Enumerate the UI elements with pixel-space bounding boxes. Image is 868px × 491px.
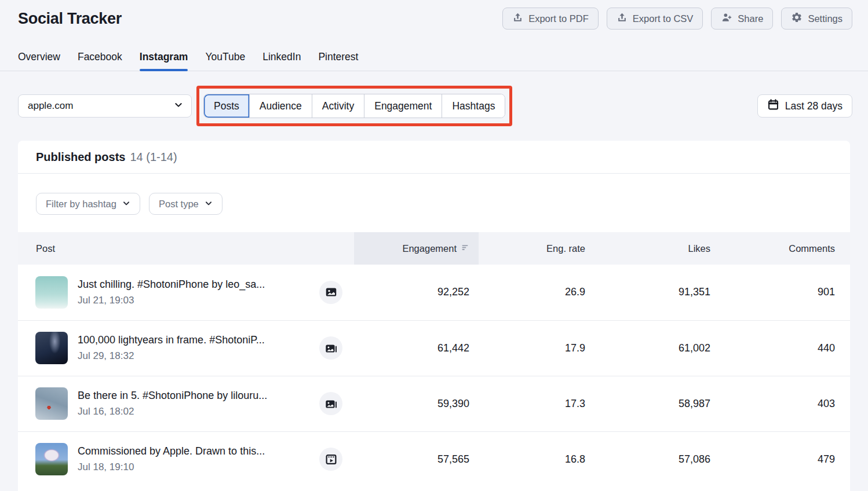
upload-icon: [512, 12, 523, 25]
tab-facebook[interactable]: Facebook: [78, 45, 122, 71]
tab-pinterest[interactable]: Pinterest: [318, 45, 358, 71]
comments-value: 403: [720, 376, 850, 431]
date-range-button[interactable]: Last 28 days: [757, 94, 852, 118]
post-thumbnail[interactable]: [35, 332, 68, 364]
post-date: Jul 16, 18:02: [78, 406, 267, 417]
comments-value: 440: [720, 320, 850, 376]
post-thumbnail[interactable]: [35, 443, 68, 475]
annotation-highlight-box: Posts Audience Activity Engagement Hasht…: [196, 86, 512, 126]
eng-rate-value: 16.8: [479, 431, 595, 487]
tab-instagram[interactable]: Instagram: [140, 45, 188, 71]
post-type-label: Post type: [159, 199, 199, 210]
export-pdf-label: Export to PDF: [528, 13, 589, 24]
channel-tabs: Overview Facebook Instagram YouTube Link…: [0, 45, 868, 71]
carousel-icon: [319, 392, 342, 415]
column-header-eng-rate[interactable]: Eng. rate: [479, 232, 595, 265]
filter-hashtag-label: Filter by hashtag: [46, 199, 116, 210]
image-icon: [319, 281, 342, 304]
tab-linkedin[interactable]: LinkedIn: [262, 45, 301, 71]
card-header: Published posts14 (1-14): [18, 141, 850, 174]
segment-hashtags[interactable]: Hashtags: [442, 94, 505, 118]
post-date: Jul 21, 19:03: [78, 295, 265, 306]
date-range-label: Last 28 days: [785, 100, 843, 112]
page-title: Social Tracker: [18, 10, 122, 28]
settings-button[interactable]: Settings: [781, 8, 852, 30]
segment-audience[interactable]: Audience: [249, 94, 312, 118]
header-actions: Export to PDF Export to CSV Share Settin…: [502, 8, 852, 30]
comments-value: 901: [720, 265, 850, 320]
post-title[interactable]: 100,000 lightyears in frame. #ShotoniP..…: [78, 334, 265, 346]
engagement-value: 92,252: [354, 265, 479, 320]
segment-activity[interactable]: Activity: [312, 94, 364, 118]
post-thumbnail[interactable]: [35, 276, 68, 309]
eng-rate-value: 17.9: [479, 320, 595, 376]
table-row[interactable]: Just chilling. #ShotoniPhone by leo_sa..…: [18, 265, 850, 320]
section-segmented-control: Posts Audience Activity Engagement Hasht…: [203, 94, 505, 118]
person-add-icon: [721, 12, 732, 25]
card-count: 14 (1-14): [130, 151, 177, 163]
post-date: Jul 29, 18:32: [78, 350, 265, 362]
segment-engagement[interactable]: Engagement: [364, 94, 442, 118]
post-date: Jul 18, 19:10: [78, 461, 265, 473]
post-title[interactable]: Just chilling. #ShotoniPhone by leo_sa..…: [78, 279, 265, 291]
tab-overview[interactable]: Overview: [18, 45, 60, 71]
share-label: Share: [738, 13, 763, 24]
calendar-icon: [767, 98, 779, 113]
gear-icon: [791, 12, 803, 25]
eng-rate-value: 26.9: [479, 265, 595, 320]
chevron-down-icon: [174, 100, 183, 112]
likes-value: 57,086: [595, 431, 720, 487]
export-csv-label: Export to CSV: [633, 13, 694, 24]
top-header: Social Tracker Export to PDF Export to C…: [0, 0, 868, 32]
video-icon: [319, 448, 342, 471]
post-title[interactable]: Be there in 5. #ShotoniPhone by lilouru.…: [78, 390, 267, 402]
column-header-engagement[interactable]: Engagement: [354, 232, 479, 265]
post-thumbnail[interactable]: [35, 387, 68, 420]
card-title: Published posts: [36, 151, 125, 163]
posts-table: Post Engagement Eng. rate Likes Comments…: [18, 232, 850, 487]
tab-youtube[interactable]: YouTube: [205, 45, 245, 71]
carousel-icon: [319, 336, 342, 360]
settings-label: Settings: [808, 13, 843, 24]
table-header-row: Post Engagement Eng. rate Likes Comments: [18, 232, 850, 265]
segment-posts[interactable]: Posts: [204, 94, 249, 118]
table-row[interactable]: Be there in 5. #ShotoniPhone by lilouru.…: [18, 376, 850, 431]
post-type-dropdown[interactable]: Post type: [149, 193, 223, 215]
filters-row: Filter by hashtag Post type: [18, 174, 850, 232]
column-header-post[interactable]: Post: [18, 232, 354, 265]
likes-value: 58,987: [595, 376, 720, 431]
profile-select-value: apple.com: [28, 100, 73, 112]
engagement-value: 61,442: [354, 320, 479, 376]
upload-icon: [617, 12, 628, 25]
eng-rate-value: 17.3: [479, 376, 595, 431]
filter-by-hashtag-dropdown[interactable]: Filter by hashtag: [36, 193, 140, 215]
profile-select[interactable]: apple.com: [18, 94, 192, 118]
export-csv-button[interactable]: Export to CSV: [607, 8, 703, 30]
sort-descending-icon: [461, 243, 469, 254]
comments-value: 479: [720, 431, 850, 487]
likes-value: 61,002: [595, 320, 720, 376]
table-row[interactable]: Commissioned by Apple. Drawn to this... …: [18, 431, 850, 487]
export-pdf-button[interactable]: Export to PDF: [502, 8, 599, 30]
share-button[interactable]: Share: [711, 8, 773, 30]
engagement-value: 57,565: [354, 431, 479, 487]
column-header-comments[interactable]: Comments: [720, 232, 850, 265]
likes-value: 91,351: [595, 265, 720, 320]
post-title[interactable]: Commissioned by Apple. Drawn to this...: [78, 445, 265, 457]
engagement-value: 59,390: [354, 376, 479, 431]
column-header-likes[interactable]: Likes: [595, 232, 720, 265]
published-posts-card: Published posts14 (1-14) Filter by hasht…: [18, 141, 850, 491]
controls-row: apple.com Posts Audience Activity Engage…: [0, 86, 868, 126]
chevron-down-icon: [205, 199, 213, 210]
table-row[interactable]: 100,000 lightyears in frame. #ShotoniP..…: [18, 320, 850, 376]
chevron-down-icon: [122, 199, 130, 210]
